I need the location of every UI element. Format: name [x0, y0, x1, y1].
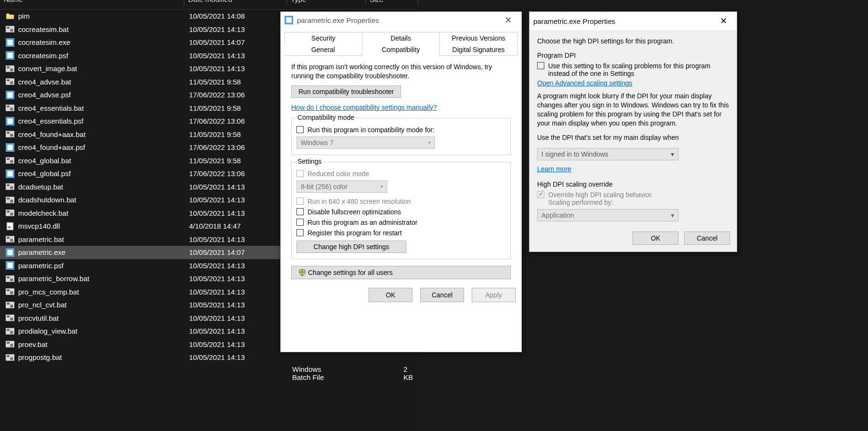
- titlebar[interactable]: parametric.exe Properties ✕: [281, 12, 521, 28]
- file-name: creo4_essentials.psf: [18, 117, 189, 125]
- tab-compatibility[interactable]: Compatibility: [362, 44, 440, 56]
- file-date: 10/05/2021 14:13: [189, 353, 292, 361]
- file-date: 11/05/2021 9:58: [189, 78, 292, 86]
- svg-rect-58: [7, 316, 10, 317]
- bat-icon: [6, 235, 14, 243]
- register-restart-checkbox[interactable]: [296, 229, 304, 236]
- svg-point-53: [10, 291, 13, 294]
- bat-icon: [6, 209, 14, 217]
- learn-more-link[interactable]: Learn more: [537, 165, 572, 173]
- override-checkbox[interactable]: [537, 191, 544, 198]
- bat-icon: [6, 196, 14, 204]
- file-row[interactable]: progpostg.bat10/05/2021 14:13: [0, 351, 420, 364]
- group-title: Settings: [296, 158, 324, 165]
- reduced-color-checkbox[interactable]: [296, 170, 304, 177]
- svg-rect-54: [6, 302, 14, 308]
- tab-previous-versions[interactable]: Previous Versions: [440, 32, 518, 44]
- file-date: 10/05/2021 14:13: [189, 52, 292, 60]
- change-all-users-button[interactable]: Change settings for all users: [291, 266, 511, 279]
- file-date: 17/06/2022 13:06: [189, 91, 292, 99]
- file-date: 4/10/2018 14:47: [189, 222, 292, 230]
- svg-point-35: [10, 200, 13, 203]
- status-bar: Windows Batch File 2 KB: [0, 366, 420, 380]
- svg-rect-16: [7, 106, 10, 107]
- when-combo[interactable]: I signed in to Windows ▾: [537, 148, 678, 160]
- svg-rect-29: [7, 171, 12, 176]
- svg-rect-52: [7, 290, 10, 291]
- svg-point-27: [10, 160, 13, 163]
- svg-rect-49: [7, 276, 10, 278]
- titlebar[interactable]: parametric.exe Properties ✕: [529, 12, 737, 30]
- svg-rect-24: [7, 145, 12, 150]
- file-name: creo4_found+aax.bat: [18, 130, 189, 138]
- bat-icon: [6, 104, 14, 112]
- svg-rect-6: [7, 53, 12, 58]
- ok-button[interactable]: OK: [633, 231, 678, 245]
- file-date: 10/05/2021 14:13: [189, 327, 292, 335]
- intro-text: If this program isn't working correctly …: [291, 63, 511, 81]
- override-label: Override high DPI scaling behavior. Scal…: [548, 191, 653, 206]
- col-name[interactable]: Name: [0, 0, 184, 6]
- close-icon[interactable]: ✕: [714, 16, 733, 26]
- col-size[interactable]: Size: [366, 0, 418, 6]
- file-date: 10/05/2021 14:13: [189, 340, 292, 348]
- use-setting-checkbox[interactable]: [537, 62, 544, 69]
- color-depth-combo[interactable]: 8-bit (256) color ▾: [296, 180, 387, 193]
- run-admin-checkbox[interactable]: [296, 219, 304, 226]
- file-name: pro_mcs_comp.bat: [18, 288, 189, 296]
- chevron-down-icon: ▾: [381, 184, 383, 189]
- svg-rect-48: [6, 275, 14, 282]
- col-date[interactable]: Date modified: [184, 0, 287, 6]
- psf-icon: [6, 51, 14, 60]
- svg-rect-20: [6, 131, 14, 138]
- override-combo[interactable]: Application ▾: [537, 209, 678, 221]
- tab-general[interactable]: General: [285, 44, 362, 56]
- file-name: creo4_advse.bat: [18, 78, 189, 86]
- svg-point-17: [10, 107, 13, 111]
- combo-value: Application: [541, 211, 574, 219]
- dll-icon: [6, 222, 14, 231]
- file-date: 11/05/2021 9:58: [189, 104, 292, 112]
- file-date: 10/05/2021 14:13: [189, 235, 292, 243]
- chevron-down-icon: ▾: [671, 211, 674, 219]
- file-date: 10/05/2021 14:13: [189, 314, 292, 322]
- open-advanced-link[interactable]: Open Advanced scaling settings: [537, 79, 632, 87]
- program-dpi-heading: Program DPI: [537, 52, 729, 59]
- close-icon[interactable]: ✕: [498, 15, 518, 25]
- ok-button[interactable]: OK: [369, 288, 413, 302]
- file-date: 10/05/2021 14:13: [189, 288, 292, 296]
- use-dpi-when-label: Use the DPI that's set for my main displ…: [537, 133, 729, 142]
- file-date: 17/06/2022 13:06: [189, 117, 292, 125]
- compat-mode-checkbox[interactable]: [296, 126, 304, 133]
- svg-rect-7: [6, 65, 14, 72]
- tab-digital-signatures[interactable]: Digital Signatures: [440, 44, 518, 56]
- bat-icon: [6, 64, 14, 73]
- file-name: prodialog_view.bat: [18, 327, 189, 335]
- svg-rect-4: [7, 40, 12, 45]
- bat-icon: [6, 340, 14, 348]
- folder-icon: [6, 12, 14, 21]
- cancel-button[interactable]: Cancel: [420, 288, 464, 302]
- change-dpi-button[interactable]: Change high DPI settings: [296, 241, 406, 253]
- bat-icon: [6, 314, 14, 322]
- disable-fullscreen-checkbox[interactable]: [296, 208, 304, 215]
- dpi-settings-dialog: parametric.exe Properties ✕ Choose the h…: [529, 11, 737, 252]
- col-type[interactable]: Type: [287, 0, 366, 6]
- apply-button[interactable]: Apply: [472, 288, 516, 302]
- run-640-checkbox[interactable]: [296, 198, 304, 205]
- reduced-color-label: Reduced color mode: [307, 170, 369, 178]
- tab-details[interactable]: Details: [362, 32, 440, 44]
- tab-security[interactable]: Security: [285, 32, 362, 44]
- file-name: dcadshutdown.bat: [18, 196, 189, 204]
- compat-os-combo[interactable]: Windows 7 ▾: [296, 137, 435, 149]
- svg-point-12: [10, 81, 13, 84]
- svg-rect-19: [7, 118, 12, 124]
- file-name: modelcheck.bat: [18, 209, 189, 217]
- psf-icon: [6, 143, 14, 152]
- cancel-button[interactable]: Cancel: [684, 231, 730, 245]
- bat-icon: [6, 301, 14, 309]
- help-link[interactable]: How do I choose compatibility settings m…: [291, 104, 437, 111]
- bat-icon: [6, 182, 14, 191]
- chevron-down-icon: ▾: [671, 150, 674, 158]
- run-troubleshooter-button[interactable]: Run compatibility troubleshooter: [291, 85, 401, 98]
